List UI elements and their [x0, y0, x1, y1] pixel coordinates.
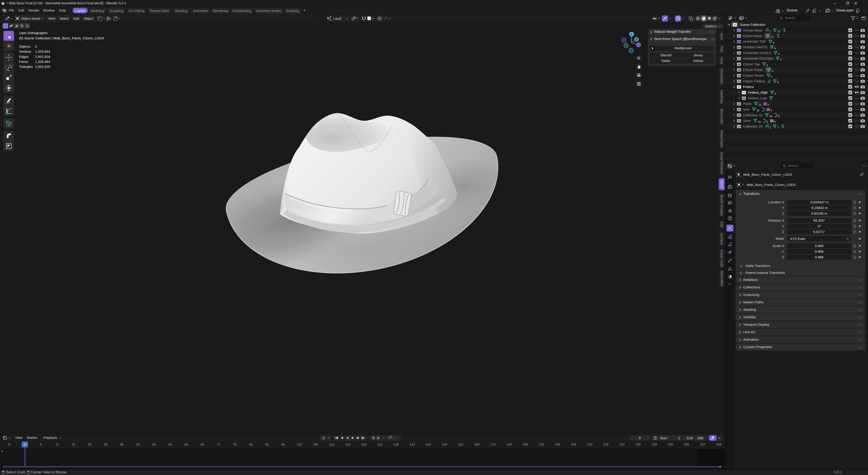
svg-text:Z: Z	[631, 33, 632, 36]
svg-text:Y: Y	[636, 38, 638, 41]
svg-text:X: X	[638, 43, 640, 47]
